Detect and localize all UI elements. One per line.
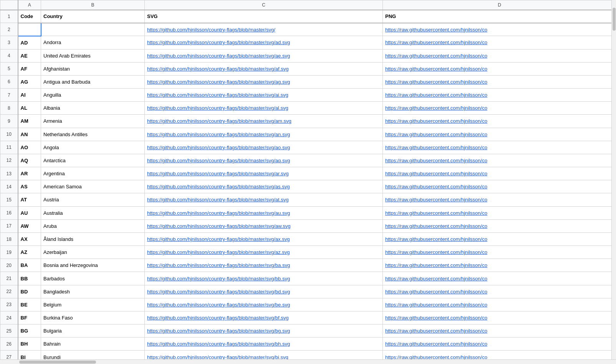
cell-b7[interactable]: Anguilla (41, 89, 145, 102)
cell-a22[interactable]: BD (18, 285, 41, 298)
cell-d6[interactable]: https://raw.githubusercontent.com/hjnils… (383, 75, 616, 88)
cell-c5[interactable]: https://github.com/hjnilsson/country-fla… (145, 62, 383, 75)
link-png-12[interactable]: https://raw.githubusercontent.com/hjnils… (385, 158, 487, 163)
cell-b9[interactable]: Armenia (41, 115, 145, 128)
cell-a12[interactable]: AQ (18, 154, 41, 167)
cell-c20[interactable]: https://github.com/hjnilsson/country-fla… (145, 259, 383, 272)
link-svg-13[interactable]: https://github.com/hjnilsson/country-fla… (147, 171, 289, 176)
link-c2[interactable]: https://github.com/hjnilsson/country-fla… (147, 27, 275, 33)
link-png-22[interactable]: https://raw.githubusercontent.com/hjnils… (385, 289, 487, 295)
link-png-20[interactable]: https://raw.githubusercontent.com/hjnils… (385, 262, 487, 268)
cell-d21[interactable]: https://raw.githubusercontent.com/hjnils… (383, 272, 616, 285)
vertical-scrollbar[interactable] (611, 0, 616, 359)
cell-c2[interactable]: https://github.com/hjnilsson/country-fla… (145, 23, 383, 36)
link-png-19[interactable]: https://raw.githubusercontent.com/hjnils… (385, 249, 487, 255)
link-svg-23[interactable]: https://github.com/hjnilsson/country-fla… (147, 302, 290, 308)
cell-b22[interactable]: Bangladesh (41, 285, 145, 298)
cell-c10[interactable]: https://github.com/hjnilsson/country-fla… (145, 128, 383, 141)
cell-c4[interactable]: https://github.com/hjnilsson/country-fla… (145, 49, 383, 62)
link-svg-8[interactable]: https://github.com/hjnilsson/country-fla… (147, 105, 288, 111)
cell-c14[interactable]: https://github.com/hjnilsson/country-fla… (145, 180, 383, 193)
cell-d3[interactable]: https://raw.githubusercontent.com/hjnils… (383, 36, 616, 49)
link-svg-12[interactable]: https://github.com/hjnilsson/country-fla… (147, 158, 290, 163)
cell-b20[interactable]: Bosnia and Herzegovina (41, 259, 145, 272)
link-png-7[interactable]: https://raw.githubusercontent.com/hjnils… (385, 92, 487, 98)
col-header-a[interactable]: A (18, 0, 41, 10)
link-png-25[interactable]: https://raw.githubusercontent.com/hjnils… (385, 328, 487, 334)
cell-a21[interactable]: BB (18, 272, 41, 285)
cell-d9[interactable]: https://raw.githubusercontent.com/hjnils… (383, 115, 616, 128)
link-png-13[interactable]: https://raw.githubusercontent.com/hjnils… (385, 171, 487, 176)
cell-c12[interactable]: https://github.com/hjnilsson/country-fla… (145, 154, 383, 167)
cell-a8[interactable]: AL (18, 102, 41, 115)
cell-a3[interactable]: AD (18, 36, 41, 49)
cell-b17[interactable]: Aruba (41, 219, 145, 232)
cell-c11[interactable]: https://github.com/hjnilsson/country-fla… (145, 141, 383, 154)
cell-b4[interactable]: United Arab Emirates (41, 49, 145, 62)
cell-a19[interactable]: AZ (18, 246, 41, 259)
link-png-18[interactable]: https://raw.githubusercontent.com/hjnils… (385, 236, 487, 242)
cell-b2[interactable] (41, 23, 145, 36)
cell-c1[interactable]: SVG (145, 10, 383, 23)
cell-a9[interactable]: AM (18, 115, 41, 128)
link-png-6[interactable]: https://raw.githubusercontent.com/hjnils… (385, 79, 487, 85)
link-svg-10[interactable]: https://github.com/hjnilsson/country-fla… (147, 132, 290, 137)
cell-d22[interactable]: https://raw.githubusercontent.com/hjnils… (383, 285, 616, 298)
cell-a23[interactable]: BE (18, 298, 41, 311)
cell-c16[interactable]: https://github.com/hjnilsson/country-fla… (145, 206, 383, 219)
cell-b15[interactable]: Austria (41, 193, 145, 206)
link-png-16[interactable]: https://raw.githubusercontent.com/hjnils… (385, 210, 487, 216)
link-png-26[interactable]: https://raw.githubusercontent.com/hjnils… (385, 341, 487, 347)
cell-a17[interactable]: AW (18, 219, 41, 232)
link-svg-4[interactable]: https://github.com/hjnilsson/country-fla… (147, 53, 290, 59)
cell-a14[interactable]: AS (18, 180, 41, 193)
col-header-d[interactable]: D (383, 0, 616, 10)
cell-a5[interactable]: AF (18, 62, 41, 75)
cell-a16[interactable]: AU (18, 206, 41, 219)
cell-c17[interactable]: https://github.com/hjnilsson/country-fla… (145, 219, 383, 232)
cell-d14[interactable]: https://raw.githubusercontent.com/hjnils… (383, 180, 616, 193)
link-png-8[interactable]: https://raw.githubusercontent.com/hjnils… (385, 105, 487, 111)
cell-b5[interactable]: Afghanistan (41, 62, 145, 75)
link-svg-16[interactable]: https://github.com/hjnilsson/country-fla… (147, 210, 290, 216)
link-svg-14[interactable]: https://github.com/hjnilsson/country-fla… (147, 184, 290, 189)
cell-c15[interactable]: https://github.com/hjnilsson/country-fla… (145, 193, 383, 206)
cell-c25[interactable]: https://github.com/hjnilsson/country-fla… (145, 324, 383, 338)
cell-c9[interactable]: https://github.com/hjnilsson/country-fla… (145, 115, 383, 128)
cell-a2[interactable] (18, 23, 41, 36)
cell-d16[interactable]: https://raw.githubusercontent.com/hjnils… (383, 206, 616, 219)
link-png-17[interactable]: https://raw.githubusercontent.com/hjnils… (385, 223, 487, 229)
cell-d12[interactable]: https://raw.githubusercontent.com/hjnils… (383, 154, 616, 167)
link-svg-19[interactable]: https://github.com/hjnilsson/country-fla… (147, 249, 290, 255)
cell-a18[interactable]: AX (18, 232, 41, 245)
cell-c18[interactable]: https://github.com/hjnilsson/country-fla… (145, 232, 383, 245)
cell-c24[interactable]: https://github.com/hjnilsson/country-fla… (145, 311, 383, 324)
cell-b24[interactable]: Burkina Faso (41, 311, 145, 324)
cell-c23[interactable]: https://github.com/hjnilsson/country-fla… (145, 298, 383, 311)
cell-d20[interactable]: https://raw.githubusercontent.com/hjnils… (383, 259, 616, 272)
link-svg-3[interactable]: https://github.com/hjnilsson/country-fla… (147, 40, 290, 45)
link-svg-7[interactable]: https://github.com/hjnilsson/country-fla… (147, 92, 288, 98)
cell-d10[interactable]: https://raw.githubusercontent.com/hjnils… (383, 128, 616, 141)
cell-a6[interactable]: AG (18, 75, 41, 88)
cell-c22[interactable]: https://github.com/hjnilsson/country-fla… (145, 285, 383, 298)
cell-c7[interactable]: https://github.com/hjnilsson/country-fla… (145, 89, 383, 102)
cell-b23[interactable]: Belgium (41, 298, 145, 311)
link-svg-5[interactable]: https://github.com/hjnilsson/country-fla… (147, 66, 289, 72)
link-svg-6[interactable]: https://github.com/hjnilsson/country-fla… (147, 79, 290, 85)
cell-b21[interactable]: Barbados (41, 272, 145, 285)
cell-b13[interactable]: Argentina (41, 167, 145, 180)
cell-a25[interactable]: BG (18, 324, 41, 338)
cell-d23[interactable]: https://raw.githubusercontent.com/hjnils… (383, 298, 616, 311)
cell-a24[interactable]: BF (18, 311, 41, 324)
cell-b16[interactable]: Australia (41, 206, 145, 219)
horizontal-scrollbar-thumb[interactable] (19, 361, 96, 364)
link-png-24[interactable]: https://raw.githubusercontent.com/hjnils… (385, 315, 487, 321)
col-header-b[interactable]: B (41, 0, 145, 10)
link-png-21[interactable]: https://raw.githubusercontent.com/hjnils… (385, 276, 487, 282)
link-d2[interactable]: https://raw.githubusercontent.com/hjnils… (385, 27, 487, 33)
cell-d18[interactable]: https://raw.githubusercontent.com/hjnils… (383, 232, 616, 245)
link-png-5[interactable]: https://raw.githubusercontent.com/hjnils… (385, 66, 487, 72)
cell-c26[interactable]: https://github.com/hjnilsson/country-fla… (145, 338, 383, 351)
cell-a20[interactable]: BA (18, 259, 41, 272)
